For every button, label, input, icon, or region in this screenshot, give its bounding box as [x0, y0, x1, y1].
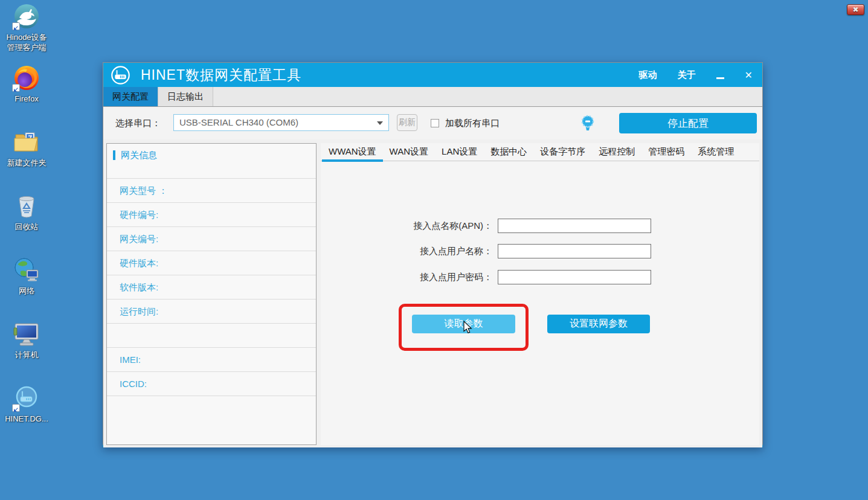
desktop-icon-firefox[interactable]: Firefox [0, 64, 53, 104]
desktop-icon-hinode-client[interactable]: Hinode设备 管理客户端 [0, 2, 53, 53]
window-tab-strip: 网关配置 日志输出 [103, 87, 762, 107]
desktop-icon-computer[interactable]: 计算机 [0, 320, 53, 360]
settings-tab-strip: WWAN设置 WAN设置 LAN设置 数据中心 设备字节序 远程控制 管理密码 … [321, 143, 759, 161]
app-router-icon [111, 65, 130, 85]
desktop-icon-label: 回收站 [15, 222, 39, 232]
field-hardware-version: 硬件版本: [107, 251, 316, 275]
shortcut-arrow-icon [12, 404, 20, 412]
desktop-icon-hinet-dg[interactable]: HINET.DG... [0, 384, 53, 424]
about-menu-link[interactable]: 关于 [678, 69, 696, 81]
empty-row [107, 323, 316, 347]
desktop-icon-new-folder[interactable]: 新建文件夹 [0, 128, 53, 168]
overlay-close-icon: ✖ [852, 5, 858, 14]
desktop-icon-label: HINET.DG... [5, 414, 48, 424]
field-iccid: ICCID: [107, 371, 316, 396]
apn-input[interactable] [498, 219, 651, 233]
refresh-button[interactable]: 刷新 [397, 114, 417, 131]
tab-device-byte-order[interactable]: 设备字节序 [533, 143, 592, 161]
apn-username-input[interactable] [498, 244, 651, 258]
field-gateway-model: 网关型号 ： [107, 178, 316, 202]
recycle-bin-icon [13, 192, 40, 220]
folder-icon [13, 128, 40, 156]
close-icon[interactable]: ✕ [745, 69, 753, 81]
apn-username-label: 接入点用户名称： [365, 246, 492, 257]
desktop-icon-label: Hinode设备 管理客户端 [6, 32, 47, 53]
apn-label: 接入点名称(APN)： [365, 220, 492, 232]
network-globe-icon [13, 256, 40, 284]
serial-port-value: USB-SERIAL CH340 (COM6) [179, 117, 298, 127]
router-circle-icon [13, 384, 40, 412]
shortcut-arrow-icon [12, 84, 20, 92]
tab-log-output[interactable]: 日志输出 [158, 87, 213, 106]
desktop-icon-label: Firefox [14, 94, 39, 104]
tab-wan-settings[interactable]: WAN设置 [383, 143, 435, 161]
stop-config-button[interactable]: 停止配置 [619, 113, 757, 133]
firefox-icon [13, 64, 40, 92]
set-network-params-button[interactable]: 设置联网参数 [547, 315, 650, 333]
titlebar[interactable]: HINET数据网关配置工具 驱动 关于 ✕ [103, 63, 762, 87]
mouse-cursor-icon [463, 321, 472, 335]
toolbar: 选择串口： USB-SERIAL CH340 (COM6) 刷新 加载所有串口 … [103, 107, 762, 139]
combo-arrow-icon [377, 121, 383, 125]
empty-row [107, 396, 316, 445]
field-imei: IMEI: [107, 347, 316, 371]
desktop-icon-label: 计算机 [15, 350, 39, 360]
apn-password-input[interactable] [498, 270, 651, 284]
desktop-icon-label: 新建文件夹 [7, 158, 47, 168]
gateway-info-header: 网关信息 [107, 144, 316, 178]
serial-port-label: 选择串口： [115, 118, 161, 129]
content-area: 网关信息 网关型号 ： 硬件编号: 网关编号: 硬件版本: 软件版本: 运行时间… [103, 139, 762, 447]
hinode-antelope-icon [13, 2, 40, 30]
desktop-icon-network[interactable]: 网络 [0, 256, 53, 296]
tab-admin-password[interactable]: 管理密码 [641, 143, 691, 161]
gateway-info-panel: 网关信息 网关型号 ： 硬件编号: 网关编号: 硬件版本: 软件版本: 运行时间… [106, 143, 317, 445]
load-all-ports-checkbox[interactable] [431, 119, 439, 127]
app-window: HINET数据网关配置工具 驱动 关于 ✕ 网关配置 日志输出 选择串口： US… [103, 62, 763, 447]
tab-data-center[interactable]: 数据中心 [484, 143, 533, 161]
field-software-version: 软件版本: [107, 275, 316, 299]
tab-gateway-config[interactable]: 网关配置 [103, 87, 158, 106]
desktop-icon-recycle-bin[interactable]: 回收站 [0, 192, 53, 232]
settings-panel: WWAN设置 WAN设置 LAN设置 数据中心 设备字节序 远程控制 管理密码 … [321, 143, 759, 445]
shortcut-arrow-icon [12, 22, 20, 30]
field-hardware-number: 硬件编号: [107, 202, 316, 226]
apn-password-label: 接入点用户密码： [365, 272, 492, 283]
computer-monitor-icon [13, 320, 40, 348]
overlay-close-button[interactable]: ✖ [847, 4, 864, 15]
tab-lan-settings[interactable]: LAN设置 [435, 143, 484, 161]
header-accent-bar [113, 150, 115, 160]
driver-menu-link[interactable]: 驱动 [639, 69, 657, 81]
minimize-icon[interactable] [716, 71, 724, 80]
serial-port-select[interactable]: USB-SERIAL CH340 (COM6) [173, 114, 389, 131]
load-all-ports-label: 加载所有串口 [445, 118, 500, 129]
field-uptime: 运行时间: [107, 299, 316, 323]
tab-system-management[interactable]: 系统管理 [691, 143, 741, 161]
tab-remote-control[interactable]: 远程控制 [592, 143, 641, 161]
window-title: HINET数据网关配置工具 [141, 66, 301, 85]
field-gateway-number: 网关编号: [107, 226, 316, 251]
tab-wwan-settings[interactable]: WWAN设置 [322, 143, 383, 161]
bulb-indicator-icon [581, 115, 594, 132]
desktop-icon-label: 网络 [19, 286, 34, 296]
